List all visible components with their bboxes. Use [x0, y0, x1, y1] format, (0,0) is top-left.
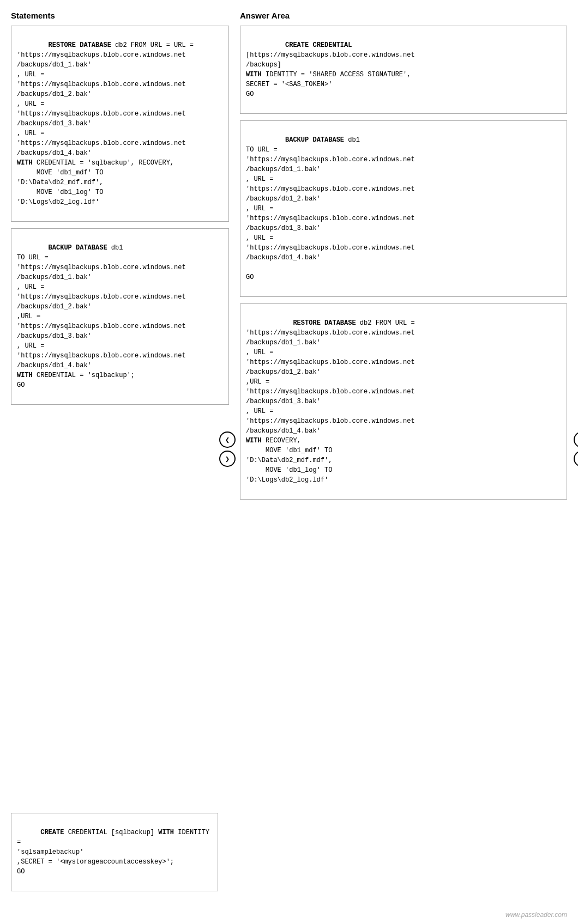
answer-box-1-text: CREATE CREDENTIAL [https://mysqlbackups.…	[246, 41, 415, 98]
left-panel: Statements RESTORE DATABASE db2 FROM URL…	[11, 11, 229, 506]
statements-title: Statements	[11, 11, 229, 20]
answer-box-3: RESTORE DATABASE db2 FROM URL = 'https:/…	[240, 303, 567, 500]
move-right-down-button[interactable]: ⇩	[574, 451, 578, 467]
answer-box-3-text: RESTORE DATABASE db2 FROM URL = 'https:/…	[246, 319, 415, 484]
statement-box-2: BACKUP DATABASE db1 TO URL = 'https://my…	[11, 228, 229, 405]
right-arrow-controls: ⇧ ⇩	[574, 431, 578, 467]
answer-box-1: CREATE CREDENTIAL [https://mysqlbackups.…	[240, 26, 567, 114]
bottom-section: CREATE CREDENTIAL [sqlbackup] WITH IDENT…	[11, 813, 218, 891]
statement-box-1-text: RESTORE DATABASE db2 FROM URL = URL = 'h…	[17, 41, 194, 206]
watermark: www.passleader.com	[505, 911, 567, 919]
answer-area-title: Answer Area	[240, 11, 567, 20]
answer-area: CREATE CREDENTIAL [https://mysqlbackups.…	[240, 26, 567, 500]
statement-box-2-text: BACKUP DATABASE db1 TO URL = 'https://my…	[17, 244, 186, 389]
statement-box-1: RESTORE DATABASE db2 FROM URL = URL = 'h…	[11, 26, 229, 222]
move-left-up-button[interactable]: ❮	[219, 431, 236, 448]
left-arrow-controls: ❮ ❯	[219, 431, 236, 467]
bottom-code-text: CREATE CREDENTIAL [sqlbackup] WITH IDENT…	[17, 829, 209, 876]
main-container: Statements RESTORE DATABASE db2 FROM URL…	[0, 0, 578, 506]
right-panel: Answer Area CREATE CREDENTIAL [https://m…	[240, 11, 567, 506]
move-right-up-button[interactable]: ⇧	[574, 431, 578, 448]
answer-box-3-container: RESTORE DATABASE db2 FROM URL = 'https:/…	[240, 303, 567, 500]
answer-box-2-text: BACKUP DATABASE db1 TO URL = 'https://my…	[246, 136, 415, 281]
move-left-down-button[interactable]: ❯	[219, 451, 236, 467]
page-wrapper: Statements RESTORE DATABASE db2 FROM URL…	[0, 0, 578, 924]
bottom-code-box: CREATE CREDENTIAL [sqlbackup] WITH IDENT…	[11, 813, 218, 891]
answer-box-2: BACKUP DATABASE db1 TO URL = 'https://my…	[240, 120, 567, 297]
